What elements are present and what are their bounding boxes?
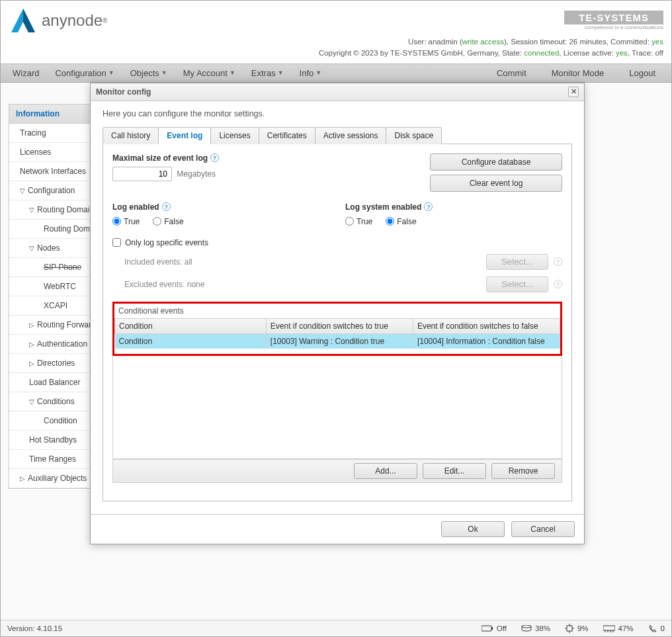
table-empty-space <box>112 356 562 459</box>
help-icon: ? <box>554 280 562 288</box>
log-system-enabled-label: Log system enabled ? <box>345 202 562 212</box>
included-events-label: Included events: all <box>124 257 486 267</box>
header: anynode® TE-SYSTEMS competence in e-comm… <box>1 1 671 40</box>
remove-button[interactable]: Remove <box>491 463 555 479</box>
cancel-button[interactable]: Cancel <box>511 521 575 537</box>
caret-down-icon: ▼ <box>230 69 235 76</box>
close-icon: ✕ <box>571 87 577 96</box>
status-power: Off <box>482 624 507 632</box>
tab-call-history[interactable]: Call history <box>103 127 159 144</box>
svg-rect-1 <box>491 627 493 630</box>
conditional-events-table: Condition Event if condition switches to… <box>114 318 560 349</box>
cpu-icon <box>565 624 574 633</box>
anynode-logo-icon <box>9 6 38 35</box>
dialog-title-text: Monitor config <box>96 87 151 97</box>
max-size-label: Maximal size of event log ? <box>112 153 430 163</box>
chevron-down-icon: ▽ <box>29 398 36 405</box>
disk-icon <box>521 625 532 632</box>
status-cpu: 9% <box>565 624 589 633</box>
only-log-checkbox[interactable]: Only log specific events <box>112 238 562 247</box>
log-enabled-false[interactable]: False <box>153 217 183 226</box>
battery-icon <box>482 625 493 632</box>
help-icon: ? <box>554 257 562 266</box>
version-label: Version: 4.10.15 <box>7 624 62 632</box>
menu-commit[interactable]: Commit <box>490 65 533 81</box>
menu-monitor-mode[interactable]: Monitor Mode <box>545 65 610 81</box>
statusbar: Version: 4.10.15 Off 38% 9% 47% 0 <box>1 620 671 636</box>
chevron-right-icon: ▷ <box>20 475 26 482</box>
chevron-down-icon: ▽ <box>20 187 26 194</box>
te-logo-text: TE-SYSTEMS <box>564 11 663 24</box>
caret-down-icon: ▼ <box>278 69 284 76</box>
cell-event-true: [10003] Warning : Condition true <box>266 333 413 349</box>
cell-event-false: [10004] Information : Condition false <box>413 333 560 349</box>
clear-event-log-button[interactable]: Clear event log <box>430 175 562 192</box>
caret-down-icon: ▼ <box>161 69 167 76</box>
menu-objects[interactable]: Objects▼ <box>124 65 174 81</box>
table-row[interactable]: Condition [10003] Warning : Condition tr… <box>115 333 560 349</box>
close-button[interactable]: ✕ <box>568 87 579 97</box>
help-icon[interactable]: ? <box>424 202 433 211</box>
brand-logo: anynode® <box>9 6 107 35</box>
max-size-input[interactable] <box>112 167 172 181</box>
te-logo-sub: competence in e-communications <box>564 24 663 30</box>
configure-database-button[interactable]: Configure database <box>430 153 562 171</box>
menu-info[interactable]: Info▼ <box>293 65 329 81</box>
brand-reg-icon: ® <box>103 17 107 24</box>
ok-button[interactable]: Ok <box>441 521 505 537</box>
status-license: yes <box>616 49 628 57</box>
cell-condition: Condition <box>115 333 267 349</box>
status-calls: 0 <box>648 624 665 633</box>
included-select-button[interactable]: Select... <box>486 254 548 270</box>
log-enabled-true[interactable]: True <box>112 217 140 226</box>
excluded-events-row: Excluded events: none Select... ? <box>112 276 562 292</box>
tab-content: Maximal size of event log ? Megabytes Co… <box>103 144 572 501</box>
log-system-enabled-false[interactable]: False <box>386 217 416 226</box>
menu-extras[interactable]: Extras▼ <box>245 65 290 81</box>
te-systems-logo: TE-SYSTEMS competence in e-communication… <box>564 11 663 30</box>
tab-active-sessions[interactable]: Active sessions <box>315 127 387 144</box>
tab-certificates[interactable]: Certificates <box>259 127 315 144</box>
status-access: write access <box>462 38 504 46</box>
memory-icon <box>603 625 615 632</box>
menu-logout[interactable]: Logout <box>622 65 662 81</box>
status-lines: User: anadmin (write access), Session ti… <box>1 36 671 60</box>
caret-down-icon: ▼ <box>315 69 321 76</box>
add-button[interactable]: Add... <box>354 463 417 479</box>
col-condition[interactable]: Condition <box>115 318 267 333</box>
included-events-row: Included events: all Select... ? <box>112 254 562 270</box>
help-icon[interactable]: ? <box>210 153 219 162</box>
edit-button[interactable]: Edit... <box>423 463 486 479</box>
status-user: anadmin <box>429 38 458 46</box>
conditional-events-highlight: Conditional events Condition Event if co… <box>112 302 562 356</box>
excluded-select-button[interactable]: Select... <box>486 276 548 292</box>
chevron-down-icon: ▽ <box>29 245 36 252</box>
status-committed: yes <box>651 38 663 46</box>
chevron-right-icon: ▷ <box>29 341 36 348</box>
help-icon[interactable]: ? <box>162 202 171 211</box>
status-line-1: User: anadmin (write access), Session ti… <box>1 36 663 48</box>
phone-icon <box>648 624 657 633</box>
svg-rect-3 <box>567 626 572 631</box>
brand-name: anynode® <box>42 11 107 30</box>
table-footer: Add... Edit... Remove <box>112 459 562 483</box>
tab-licenses[interactable]: Licenses <box>210 127 259 144</box>
svg-point-2 <box>522 625 531 628</box>
col-event-true[interactable]: Event if condition switches to true <box>266 318 413 333</box>
dialog-body: Here you can configure the monitor setti… <box>91 101 584 508</box>
tab-event-log[interactable]: Event log <box>158 127 211 144</box>
menu-my-account[interactable]: My Account▼ <box>177 65 242 81</box>
log-system-enabled-true[interactable]: True <box>345 217 372 226</box>
max-size-unit: Megabytes <box>177 169 216 179</box>
menu-configuration[interactable]: Configuration▼ <box>48 65 120 81</box>
chevron-right-icon: ▷ <box>29 321 36 329</box>
status-disk: 38% <box>521 624 550 632</box>
chevron-down-icon: ▽ <box>29 206 36 214</box>
dialog-footer: Ok Cancel <box>91 514 584 544</box>
svg-rect-0 <box>482 626 491 631</box>
menu-wizard[interactable]: Wizard <box>6 65 46 81</box>
status-trace: off <box>655 49 663 57</box>
col-event-false[interactable]: Event if condition switches to false <box>413 318 560 333</box>
tab-disk-space[interactable]: Disk space <box>386 127 442 144</box>
body-area: Information Tracing Licenses Network Int… <box>1 83 671 628</box>
